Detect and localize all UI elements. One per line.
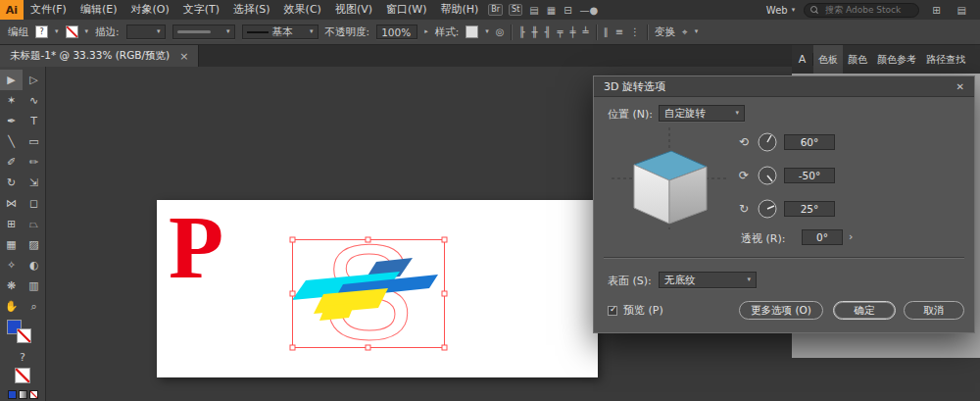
ok-button[interactable]: 确定: [833, 301, 896, 320]
popup-slider-icon[interactable]: ›: [849, 230, 853, 243]
stroke-weight-dropdown[interactable]: ▾: [126, 25, 166, 39]
stroke-color-swatch[interactable]: [66, 25, 78, 38]
column-graph-tool[interactable]: ▥: [23, 276, 45, 296]
menu-type[interactable]: 文字(T): [176, 0, 226, 20]
layout-icon-b[interactable]: ▦: [547, 5, 556, 16]
bridge-icon[interactable]: Br: [488, 4, 503, 16]
cancel-button[interactable]: 取消: [904, 301, 964, 320]
tab-swatches[interactable]: 色板: [813, 45, 843, 74]
selection-tool[interactable]: ▶: [0, 70, 23, 90]
stock-search[interactable]: [804, 3, 919, 18]
rectangle-tool[interactable]: ▭: [23, 131, 45, 152]
tab-pathfinder[interactable]: 路径查找: [921, 45, 970, 74]
perspective-grid-tool[interactable]: ⏢: [23, 214, 45, 234]
rotate-x-input[interactable]: [784, 134, 835, 150]
color-mode-icon[interactable]: [8, 390, 17, 399]
panels-toggle-icon[interactable]: ▤: [957, 5, 966, 16]
rotate-y-input[interactable]: [784, 168, 835, 183]
menu-file[interactable]: 文件(F): [24, 0, 74, 20]
workspace-switcher[interactable]: Web ▾: [766, 5, 795, 16]
letter-p-object[interactable]: P: [169, 202, 223, 292]
eyedropper-tool[interactable]: ✧: [0, 255, 23, 276]
distribute-vertical-icon[interactable]: ≡: [615, 26, 623, 37]
align-top-icon[interactable]: ╤: [558, 26, 564, 37]
align-left-icon[interactable]: ╟: [518, 26, 524, 37]
tab-color[interactable]: 颜色: [843, 45, 872, 74]
free-transform-tool[interactable]: ◻: [23, 193, 45, 214]
opacity-value[interactable]: 100%: [376, 25, 417, 39]
gradient-tool[interactable]: ▨: [23, 234, 45, 255]
perspective-input[interactable]: [802, 229, 843, 245]
arrange-documents-icon[interactable]: ⊞: [932, 5, 940, 16]
pencil-tool[interactable]: ✏: [23, 152, 45, 173]
rotate-z-dial[interactable]: [757, 198, 778, 220]
scale-tool[interactable]: ⇲: [23, 173, 45, 193]
line-segment-tool[interactable]: ╲: [0, 131, 23, 152]
menu-edit[interactable]: 编辑(E): [74, 0, 124, 20]
magic-wand-tool[interactable]: ✶: [0, 90, 23, 111]
width-tool[interactable]: ⋈: [0, 193, 23, 214]
perspective-label: 透视 (R):: [741, 231, 785, 246]
stock-icon[interactable]: St: [509, 4, 522, 16]
stroke-indicator[interactable]: [17, 328, 31, 343]
menu-view[interactable]: 视图(V): [328, 0, 379, 20]
more-options-button[interactable]: 更多选项 (O): [739, 301, 823, 320]
fill-color-swatch[interactable]: ?: [35, 25, 48, 38]
transform-label[interactable]: 变换: [655, 25, 675, 39]
menu-select[interactable]: 选择(S): [226, 0, 277, 20]
symbol-sprayer-tool[interactable]: ❋: [0, 276, 23, 296]
paintbrush-tool[interactable]: ✐: [0, 152, 23, 173]
mesh-tool[interactable]: ▦: [0, 234, 23, 255]
align-bottom-icon[interactable]: ╧: [583, 26, 589, 37]
blend-tool[interactable]: ◐: [23, 255, 45, 276]
layout-icon-a[interactable]: ▤: [529, 5, 538, 16]
lasso-tool[interactable]: ∿: [23, 90, 45, 111]
tab-color-guide[interactable]: 颜色参考: [872, 45, 921, 74]
preview-checkbox[interactable]: ✓: [608, 306, 617, 316]
rotate-tool[interactable]: ↻: [0, 173, 23, 193]
rotation-track-cube[interactable]: [612, 127, 727, 229]
align-right-icon[interactable]: ╢: [545, 26, 551, 37]
menu-effect[interactable]: 效果(C): [277, 0, 328, 20]
target-icon[interactable]: ⌖: [682, 26, 688, 38]
selected-artwork[interactable]: S: [282, 229, 457, 359]
style-swatch[interactable]: [466, 25, 478, 38]
align-center-icon[interactable]: ╫: [531, 26, 537, 37]
selection-type-label: 编组: [8, 25, 28, 39]
search-input[interactable]: [823, 4, 913, 16]
brush-definition-dropdown[interactable]: 基本 ▾: [242, 25, 318, 39]
pen-tool[interactable]: ✒: [0, 111, 23, 131]
distribute-horizontal-icon[interactable]: ∥: [604, 26, 609, 37]
zoom-slider-icon[interactable]: —●: [580, 5, 599, 16]
close-document-icon[interactable]: ×: [179, 50, 188, 63]
dialog-title-bar[interactable]: 3D 旋转选项 ✕: [594, 76, 974, 97]
direct-selection-tool[interactable]: ▷: [23, 70, 45, 90]
shape-builder-tool[interactable]: ⊞: [0, 214, 23, 234]
character-panel-icon[interactable]: A: [792, 53, 813, 66]
none-mode-icon[interactable]: [29, 390, 38, 399]
menu-window[interactable]: 窗口(W): [379, 0, 433, 20]
type-tool[interactable]: T: [23, 111, 45, 131]
distribute-spacing-icon[interactable]: ⋮: [630, 26, 640, 37]
document-tab[interactable]: 未标题-1* @ 33.33% (RGB/预览) ×: [0, 45, 199, 67]
position-select[interactable]: 自定旋转 ▾: [659, 105, 745, 122]
gradient-mode-icon[interactable]: [19, 390, 27, 399]
layout-icon-c[interactable]: ⊟: [564, 5, 571, 16]
fill-stroke-indicator[interactable]: [0, 319, 45, 350]
align-middle-icon[interactable]: ╪: [570, 26, 576, 37]
menu-object[interactable]: 对象(O): [123, 0, 175, 20]
surface-select[interactable]: 无底纹 ▾: [659, 272, 757, 288]
chevron-down-icon[interactable]: ▾: [695, 28, 699, 35]
zoom-tool[interactable]: ⌕: [23, 296, 45, 317]
none-swatch[interactable]: [15, 368, 30, 383]
rotate-x-dial[interactable]: [757, 131, 778, 153]
chevron-right-icon[interactable]: ▸: [424, 28, 428, 35]
hand-tool[interactable]: ✋: [0, 296, 23, 317]
menu-help[interactable]: 帮助(H): [433, 0, 485, 20]
recolor-artwork-icon[interactable]: ◎: [496, 26, 505, 37]
rotate-z-input[interactable]: [784, 201, 835, 217]
artboard[interactable]: P S: [157, 200, 598, 377]
width-profile-dropdown[interactable]: ▾: [172, 25, 235, 39]
close-icon[interactable]: ✕: [956, 81, 964, 92]
rotate-y-dial[interactable]: [757, 165, 778, 186]
